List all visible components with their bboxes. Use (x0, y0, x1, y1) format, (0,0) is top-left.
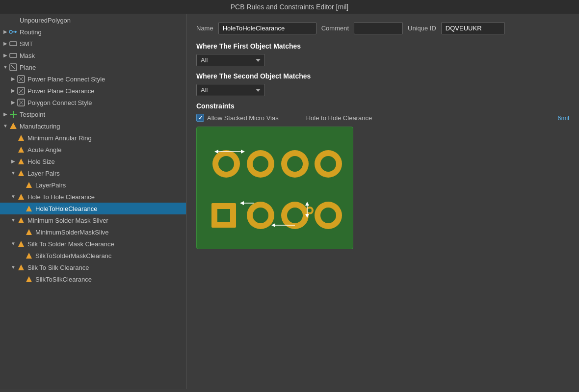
unique-id-label: Unique ID (408, 25, 436, 32)
tree-label-mask: Mask (20, 52, 35, 59)
tree-icon-plane (9, 63, 18, 72)
tree-label-smt: SMT (20, 40, 33, 48)
expand-arrow-minimum-solder-mask-sliver-child (18, 229, 25, 235)
tree-item-silk-to-solder-mask-clearance-child[interactable]: SilkToSolderMaskClearanc (0, 250, 186, 261)
expand-arrow-mask: ▶ (2, 52, 9, 59)
svg-marker-24 (26, 182, 32, 188)
hole-inner-b4 (320, 208, 336, 223)
svg-marker-22 (18, 158, 24, 164)
comment-input[interactable] (354, 22, 403, 34)
tree-label-layer-pairs: Layer Pairs (27, 170, 60, 177)
comment-label: Comment (321, 25, 349, 32)
tree-item-testpoint[interactable]: ▶Testpoint (0, 108, 186, 120)
expand-arrow-polygon-connect-style: ▶ (10, 99, 17, 106)
expand-arrow-silk-to-silk-clearance-child (18, 276, 25, 283)
svg-marker-20 (18, 135, 24, 141)
svg-marker-32 (26, 276, 32, 282)
tree-icon-routing (9, 27, 18, 36)
expand-arrow-testpoint: ▶ (2, 111, 9, 118)
main-layout: UnpouredPolygon▶Routing▶SMT▶Mask▼Plane▶P… (0, 14, 579, 389)
tree-item-minimum-solder-mask-sliver-child[interactable]: MinimumSolderMaskSlive (0, 226, 186, 238)
svg-marker-29 (18, 241, 24, 247)
tree-icon-smt (9, 39, 18, 48)
tree-item-polygon-connect-style[interactable]: ▶Polygon Connect Style (0, 97, 186, 108)
tree-item-hole-size[interactable]: ▶Hole Size (0, 156, 186, 167)
svg-marker-28 (26, 229, 32, 235)
tree-icon-silk-to-solder-mask-clearance (17, 239, 26, 248)
expand-arrow-power-plane-clearance: ▶ (10, 87, 17, 94)
first-object-section: Where The First Object Matches All Net N… (196, 42, 569, 66)
arrow-left-b1 (240, 201, 244, 205)
tree-item-silk-to-silk-clearance-child[interactable]: SilkToSilkClearance (0, 273, 186, 285)
expand-arrow-hole-to-hole-clearance-child (18, 205, 25, 212)
unique-id-input[interactable] (441, 22, 505, 34)
tree-icon-power-plane-clearance (17, 86, 26, 95)
tree-item-routing[interactable]: ▶Routing (0, 26, 186, 38)
tree-icon-silk-to-solder-mask-clearance-child (25, 251, 33, 260)
tree-label-manufacturing: Manufacturing (20, 123, 60, 130)
rule-header: Name Comment Unique ID (196, 22, 569, 34)
tree-item-plane[interactable]: ▼Plane (0, 61, 186, 73)
tree-item-layer-pairs[interactable]: ▼Layer Pairs (0, 167, 186, 179)
hole-inner-3 (287, 156, 303, 172)
svg-marker-30 (26, 253, 32, 259)
tree-icon-minimum-solder-mask-sliver (17, 216, 26, 225)
tree-item-acute-angle[interactable]: Acute Angle (0, 144, 186, 156)
svg-point-0 (9, 30, 12, 33)
tree-label-silk-to-solder-mask-clearance: Silk To Solder Mask Clearance (27, 240, 114, 248)
tree-item-mask[interactable]: ▶Mask (0, 50, 186, 61)
tree-label-routing: Routing (20, 28, 42, 36)
second-object-header: Where The Second Object Matches (196, 72, 569, 80)
tree-label-silk-to-silk-clearance-child: SilkToSilkClearance (35, 276, 92, 283)
hole-inner-2 (253, 156, 268, 172)
expand-arrow-power-plane-connect-style: ▶ (10, 76, 17, 82)
expand-arrow-routing: ▶ (2, 28, 9, 35)
tree-item-silk-to-silk-clearance[interactable]: ▼Silk To Silk Clearance (0, 261, 186, 273)
tree-icon-mask (9, 51, 18, 60)
allow-stacked-checkbox[interactable] (196, 114, 204, 122)
hole-to-hole-clearance-label: Hole to Hole Clearance (306, 114, 372, 122)
expand-arrow-hole-to-hole-clearance: ▼ (10, 193, 17, 200)
tree-item-smt[interactable]: ▶SMT (0, 38, 186, 50)
tree-item-minimum-annular-ring[interactable]: Minimum Annular Ring (0, 132, 186, 144)
expand-arrow-plane: ▼ (2, 64, 9, 71)
pcb-svg (197, 127, 353, 249)
horiz-arrow-left (271, 223, 275, 227)
expand-arrow-acute-angle (10, 146, 17, 153)
expand-arrow-hole-size: ▶ (10, 158, 17, 165)
svg-marker-19 (10, 123, 17, 129)
constraints-header: Constraints (196, 102, 569, 110)
tree-label-hole-to-hole-clearance: Hole To Hole Clearance (27, 193, 95, 201)
svg-marker-31 (18, 264, 24, 270)
tree-icon-acute-angle (17, 145, 26, 154)
tree-label-minimum-annular-ring: Minimum Annular Ring (27, 134, 92, 142)
tree-item-silk-to-solder-mask-clearance[interactable]: ▼Silk To Solder Mask Clearance (0, 238, 186, 250)
tree-item-unpoured-polygon[interactable]: UnpouredPolygon (0, 14, 186, 26)
tree-icon-testpoint (9, 110, 18, 119)
tree-item-manufacturing[interactable]: ▼Manufacturing (0, 120, 186, 132)
tree-icon-layer-pairs (17, 169, 26, 178)
tree-item-power-plane-clearance[interactable]: ▶Power Plane Clearance (0, 85, 186, 97)
tree-item-layer-pairs-child[interactable]: LayerPairs (0, 179, 186, 191)
tree-item-power-plane-connect-style[interactable]: ▶Power Plane Connect Style (0, 73, 186, 85)
name-input[interactable] (218, 22, 316, 34)
tree-item-minimum-solder-mask-sliver[interactable]: ▼Minimum Solder Mask Sliver (0, 214, 186, 226)
square-pad-inner (217, 209, 230, 222)
tree-label-testpoint: Testpoint (20, 111, 45, 118)
right-panel: Name Comment Unique ID Where The First O… (186, 14, 579, 389)
tree-item-hole-to-hole-clearance-child[interactable]: HoleToHoleClearance (0, 203, 186, 214)
tree-label-hole-size: Hole Size (27, 158, 55, 165)
svg-marker-23 (18, 170, 24, 176)
tree-label-hole-to-hole-clearance-child: HoleToHoleClearance (35, 205, 97, 212)
tree-icon-layer-pairs-child (25, 181, 33, 189)
app-title: PCB Rules and Constraints Editor [mil] (231, 3, 348, 11)
allow-stacked-label: Allow Stacked Micro Vias (207, 114, 279, 122)
tree-scroll-container[interactable]: UnpouredPolygon▶Routing▶SMT▶Mask▼Plane▶P… (0, 14, 186, 389)
expand-arrow-manufacturing: ▼ (2, 123, 9, 130)
expand-arrow-layer-pairs: ▼ (10, 170, 17, 177)
tree-item-hole-to-hole-clearance[interactable]: ▼Hole To Hole Clearance (0, 191, 186, 203)
tree-label-polygon-connect-style: Polygon Connect Style (27, 99, 92, 106)
tree-icon-silk-to-silk-clearance (17, 263, 26, 272)
first-object-dropdown[interactable]: All Net Net Class Layer Pad (196, 54, 265, 66)
second-object-dropdown[interactable]: All Net Net Class Layer Pad (196, 84, 265, 96)
